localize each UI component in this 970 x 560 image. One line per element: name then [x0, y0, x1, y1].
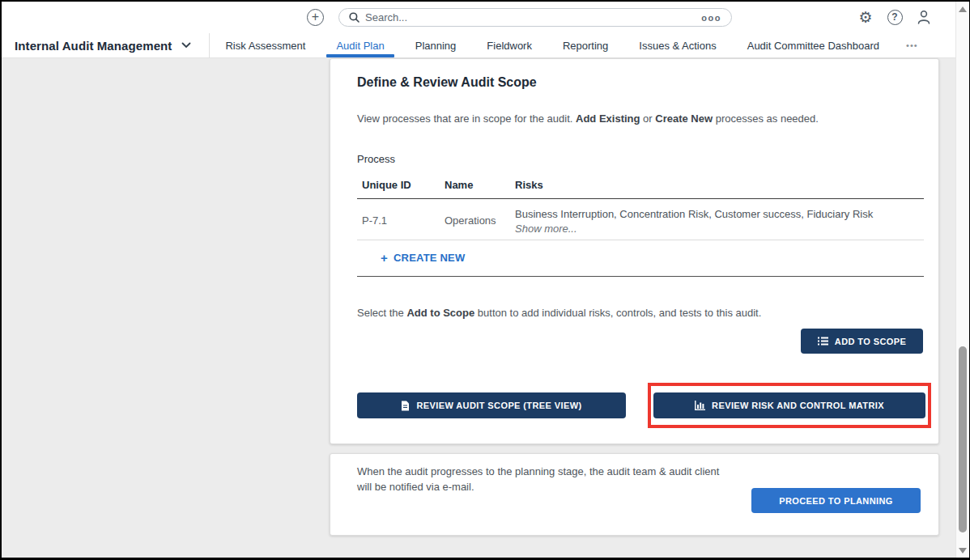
- app-name: Internal Audit Management: [15, 39, 172, 53]
- scroll-down-icon[interactable]: [956, 545, 969, 556]
- tab-risk-assessment[interactable]: Risk Assessment: [210, 33, 321, 57]
- tab-issues-actions[interactable]: Issues & Actions: [623, 33, 731, 57]
- scroll-up-icon[interactable]: [956, 3, 969, 15]
- list-icon: [818, 337, 828, 346]
- show-more-link[interactable]: Show more...: [515, 223, 577, 235]
- review-tree-label: REVIEW AUDIT SCOPE (TREE VIEW): [416, 401, 581, 410]
- process-field-label: Process: [357, 153, 395, 165]
- add-to-scope-button[interactable]: ADD TO SCOPE: [801, 329, 923, 354]
- topbar-actions: ⚙ ?: [857, 8, 933, 26]
- tab-audit-plan[interactable]: Audit Plan: [321, 33, 399, 57]
- more-tabs-icon[interactable]: •••: [895, 33, 930, 57]
- intro-create-new: Create New: [655, 112, 713, 125]
- active-tab-underline: [326, 54, 394, 57]
- table-row-divider: [357, 240, 924, 240]
- select-note-bold: Add to Scope: [406, 307, 474, 319]
- add-to-scope-label: ADD TO SCOPE: [835, 337, 906, 346]
- search-icon: [349, 12, 359, 23]
- tab-audit-plan-label: Audit Plan: [336, 40, 384, 52]
- select-note-post: button to add individual risks, controls…: [474, 307, 761, 319]
- tab-audit-committee-dashboard[interactable]: Audit Committee Dashboard: [732, 33, 895, 57]
- chevron-down-icon: [181, 42, 191, 49]
- select-note: Select the Add to Scope button to add in…: [357, 307, 761, 319]
- search-box[interactable]: ooo: [338, 8, 732, 27]
- page-title: Define & Review Audit Scope: [357, 75, 537, 90]
- intro-post: processes as needed.: [713, 112, 819, 125]
- intro-mid: or: [640, 112, 655, 125]
- nav-bar: Internal Audit Management Risk Assessmen…: [2, 33, 955, 58]
- column-header-name: Name: [445, 179, 473, 191]
- cell-risks: Business Interruption, Concentration Ris…: [515, 208, 873, 220]
- search-shortcut-badge: ooo: [701, 13, 721, 23]
- app-viewport: + ooo ⚙ ?: [2, 2, 969, 558]
- nav-tabs: Risk Assessment Audit Plan Planning Fiel…: [210, 33, 929, 57]
- cell-unique-id: P-7.1: [362, 214, 387, 227]
- search-input[interactable]: [365, 11, 701, 23]
- tab-planning[interactable]: Planning: [400, 33, 472, 57]
- create-new-button[interactable]: + CREATE NEW: [381, 252, 465, 264]
- window-frame: + ooo ⚙ ?: [0, 0, 970, 560]
- intro-pre: View processes that are in scope for the…: [357, 112, 576, 125]
- table-header-divider: [357, 198, 924, 199]
- scrollbar-thumb[interactable]: [959, 346, 967, 532]
- review-audit-scope-tree-button[interactable]: REVIEW AUDIT SCOPE (TREE VIEW): [357, 392, 626, 418]
- intro-text: View processes that are in scope for the…: [357, 112, 819, 125]
- audit-scope-card: Define & Review Audit Scope View process…: [330, 58, 939, 444]
- proceed-to-planning-button[interactable]: PROCEED TO PLANNING: [751, 488, 921, 513]
- page-scrollbar[interactable]: [955, 2, 969, 558]
- review-matrix-label: REVIEW RISK AND CONTROL MATRIX: [712, 401, 884, 410]
- app-switcher[interactable]: Internal Audit Management: [2, 39, 191, 53]
- tab-fieldwork[interactable]: Fieldwork: [471, 33, 547, 57]
- document-icon: [401, 401, 410, 411]
- proceed-to-planning-card: When the audit progresses to the plannin…: [330, 453, 939, 536]
- table-bottom-divider: [357, 276, 924, 277]
- top-bar: + ooo ⚙ ?: [2, 2, 955, 33]
- tab-reporting[interactable]: Reporting: [547, 33, 623, 57]
- column-header-unique-id: Unique ID: [362, 179, 411, 191]
- planning-note-line1: When the audit progresses to the plannin…: [357, 465, 719, 477]
- cell-name: Operations: [445, 214, 496, 227]
- planning-note-line2: will be notified via e-mail.: [357, 481, 474, 493]
- column-header-risks: Risks: [515, 179, 543, 191]
- create-new-label: CREATE NEW: [394, 252, 465, 264]
- help-icon[interactable]: ?: [886, 8, 904, 26]
- plus-icon: +: [381, 252, 388, 264]
- intro-add-existing: Add Existing: [576, 112, 640, 125]
- bar-chart-icon: [695, 401, 705, 410]
- user-icon[interactable]: [915, 8, 933, 26]
- select-note-pre: Select the: [357, 307, 406, 319]
- gear-icon[interactable]: ⚙: [857, 8, 874, 26]
- review-risk-control-matrix-button[interactable]: REVIEW RISK AND CONTROL MATRIX: [653, 392, 925, 418]
- highlight-annotation-box: REVIEW RISK AND CONTROL MATRIX: [648, 383, 931, 428]
- add-new-icon[interactable]: +: [307, 9, 324, 26]
